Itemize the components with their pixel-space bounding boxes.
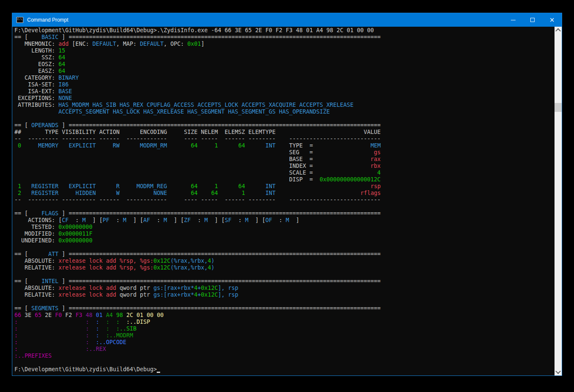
console-line: -- --------- ---------- ------ ---------… [14, 197, 553, 203]
console-line: : : :..OPCODE [14, 339, 553, 346]
console-line: MNEMONIC: add [ENC: DEFAULT, MAP: DEFAUL… [14, 41, 553, 47]
console-line: -- --------- ---------- ------ ---------… [14, 136, 553, 142]
maximize-button[interactable] [523, 13, 542, 27]
console-line: F:\Development\GitHub\zydis\Build64\Debu… [14, 366, 553, 373]
chevron-up-icon [555, 28, 561, 34]
console-line: EOSZ: 64 [14, 61, 553, 68]
console-line: SCALE = 4 [14, 170, 553, 176]
console-line: : : : : : :..DISP [14, 319, 553, 325]
console-line: ACTIONS: [CF : M ] [PF : M ] [AF : M ] [… [14, 217, 553, 224]
console-line: == [ OPERANDS ] ========================… [14, 122, 553, 129]
console-line: TESTED: 0x00000000 [14, 224, 553, 231]
console-line [14, 115, 553, 122]
console-line: == [ FLAGS ] ===========================… [14, 210, 553, 217]
console-line: ISA-SET: I86 [14, 81, 553, 88]
console-line: BASE = rax [14, 156, 553, 163]
console-line: == [ SEGMENTS ] ========================… [14, 305, 553, 312]
console-line: 66 3E 65 2E F0 F2 F3 48 01 A4 98 2C 01 0… [14, 312, 553, 319]
console-line: ABSOLUTE: xrelease lock add %rsp, %gs:0x… [14, 258, 553, 264]
console-line: 2 REGISTER HIDDEN W NONE 64 64 1 INT rfl… [14, 190, 553, 197]
console-line: == [ ATT ] =============================… [14, 251, 553, 258]
scroll-down-button[interactable] [555, 368, 562, 375]
console-line: == [ INTEL ] ===========================… [14, 278, 553, 285]
console-line: 0 MEMORY EXPLICIT RW MODRM_RM 64 1 64 IN… [14, 142, 553, 149]
minimize-icon [511, 20, 516, 20]
console-line [14, 298, 553, 305]
chevron-down-icon [555, 369, 561, 374]
console-line: == [ BASIC ] ===========================… [14, 34, 553, 41]
close-icon: × [549, 17, 555, 23]
console-line: LENGTH: 15 [14, 47, 553, 54]
console-line: 1 REGISTER EXPLICIT R MODRM_REG 64 1 64 … [14, 183, 553, 190]
console-line: EASZ: 64 [14, 68, 553, 75]
scroll-thumb[interactable] [555, 103, 562, 112]
console-line: F:\Development\GitHub\zydis\Build64\Debu… [14, 27, 553, 34]
console-line [14, 359, 553, 366]
console-line: RELATIVE: xrelease lock add qword ptr gs… [14, 292, 553, 298]
console-line: MODIFIED: 0x0000011F [14, 231, 553, 237]
text-cursor [157, 367, 160, 373]
console-line: EXCEPTIONS: NONE [14, 95, 553, 102]
console-line: ABSOLUTE: xrelease lock add qword ptr gs… [14, 285, 553, 292]
window-title: Command Prompt [27, 17, 503, 23]
console-line [14, 271, 553, 278]
console-line: RELATIVE: xrelease lock add %rsp, %gs:0x… [14, 264, 553, 271]
console-line: : : : : :..SIB [14, 325, 553, 332]
console-line [14, 244, 553, 251]
scroll-up-button[interactable] [555, 27, 562, 34]
title-bar[interactable]: Command Prompt × [12, 13, 562, 27]
console-line: : :..REX [14, 346, 553, 353]
console-line: INDEX = rbx [14, 163, 553, 170]
console-line: : : : :..MODRM [14, 332, 553, 339]
close-button[interactable]: × [542, 13, 562, 27]
console-line: ISA-EXT: BASE [14, 88, 553, 95]
console-line: ATTRIBUTES: HAS_MODRM HAS_SIB HAS_REX CP… [14, 102, 553, 108]
cmd-icon [17, 17, 23, 23]
console-line: ACCEPTS_SEGMENT HAS_LOCK HAS_XRELEASE HA… [14, 108, 553, 115]
console-line: SEG = gs [14, 149, 553, 156]
console-lines: F:\Development\GitHub\zydis\Build64\Debu… [14, 27, 553, 373]
scrollbar[interactable] [555, 27, 562, 375]
command-prompt-window: Command Prompt × F:\Development\GitHub\z… [12, 13, 562, 376]
console-line: CATEGORY: BINARY [14, 75, 553, 81]
minimize-button[interactable] [503, 13, 523, 27]
console-line: SSZ: 64 [14, 54, 553, 61]
console-line: ## TYPE VISIBILITY ACTION ENCODING SIZE … [14, 129, 553, 136]
console-line [14, 203, 553, 210]
console-line: :..PREFIXES [14, 353, 553, 359]
console-line: DISP = 0x000000000000012C [14, 176, 553, 183]
console-line: UNDEFINED: 0x00000000 [14, 237, 553, 244]
console-output[interactable]: F:\Development\GitHub\zydis\Build64\Debu… [12, 27, 562, 375]
maximize-icon [530, 18, 535, 22]
